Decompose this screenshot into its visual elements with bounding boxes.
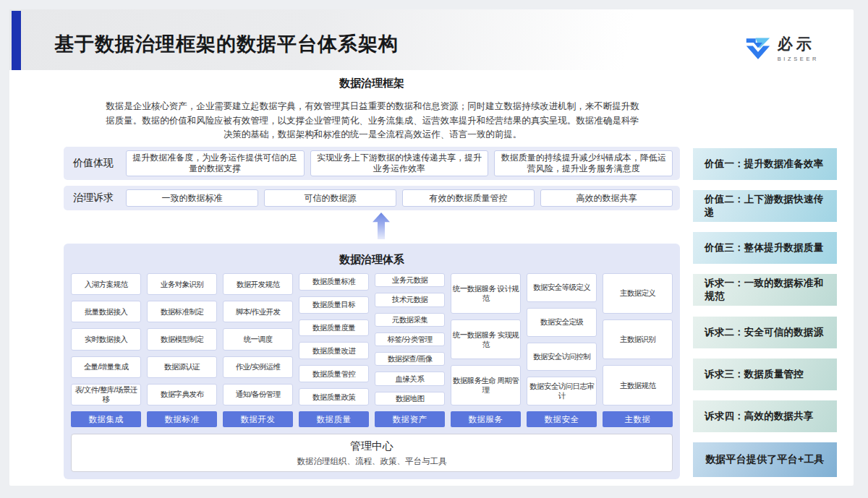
system-column: 主数据定义主数据识别主数据规范 [603, 273, 673, 405]
value-row-label: 价值体现 [71, 157, 126, 170]
system-item: 数据源认证 [147, 356, 217, 378]
sidebar-item-value: 价值二：上下游数据快速传递 [693, 190, 837, 222]
slide-card: 基于数据治理框架的数据平台体系架构 必示 BIZSEER 数据治理框架 数据是企… [9, 9, 854, 486]
logo-text-block: 必示 BIZSEER [778, 34, 819, 62]
demand-item: 可信的数据源 [264, 189, 396, 207]
system-item: 数据模型制定 [147, 328, 217, 350]
system-item: 数据质量政策 [299, 388, 369, 405]
demand-row-items: 一致的数据标准可信的数据源有效的数据质量管控高效的数据共享 [126, 189, 673, 207]
system-item: 标签/分类管理 [375, 332, 445, 346]
system-item: 数据标准制定 [147, 301, 217, 322]
demand-item: 一致的数据标准 [126, 189, 258, 207]
up-arrow-icon [373, 212, 390, 239]
system-item: 实时数据接入 [71, 328, 141, 350]
logo-name: 必示 [778, 34, 815, 54]
system-item: 作业/实例运维 [223, 356, 293, 378]
framework-title: 数据治理框架 [64, 77, 680, 90]
value-row: 价值体现 提升数据准备度，为业务运作提供可信的足量的数据支撑实现业务上下游数据的… [64, 147, 680, 180]
system-column: 业务对象识别数据标准制定数据模型制定数据源认证数据字典发布 [147, 273, 217, 405]
bizseer-check-icon [745, 37, 771, 60]
management-center-title: 管理中心 [350, 439, 393, 453]
system-item: 数据安全定级 [527, 308, 597, 337]
management-center: 管理中心 数据治理组织、流程、政策、平台与工具 [71, 434, 673, 472]
demand-row: 治理诉求 一致的数据标准可信的数据源有效的数据质量管控高效的数据共享 [64, 186, 680, 210]
sidebar: 价值一：提升数据准备效率价值二：上下游数据快速传递价值三：整体提升数据质量诉求一… [693, 148, 837, 477]
system-item: 数据质量改进 [299, 342, 369, 359]
governance-system-panel: 数据治理体系 入湖方案规范批量数据接入实时数据接入全量/增量集成表/文件/整库/… [64, 244, 680, 479]
demand-item: 高效的数据共享 [540, 189, 673, 207]
system-column: 统一数据服务 设计规范统一数据服务 实现规范数据服务生命 周期管理 [451, 273, 521, 405]
sidebar-item-demand: 诉求二：安全可信的数据源 [693, 317, 837, 348]
value-item: 数据质量的持续提升减少纠错成本，降低运营风险，提升业务服务满意度 [494, 150, 673, 176]
system-tab: 数据开发 [223, 411, 293, 427]
system-tab: 数据标准 [147, 411, 217, 427]
page-title: 基于数据治理框架的数据平台体系架构 [54, 31, 399, 57]
system-item: 主数据定义 [603, 273, 673, 314]
value-item: 实现业务上下游数据的快速传递共享，提升业务运作效率 [310, 150, 489, 176]
demand-row-label: 治理诉求 [71, 192, 126, 205]
sidebar-item-demand: 诉求四：高效的数据共享 [693, 400, 837, 432]
system-item: 数据地图 [375, 392, 445, 405]
system-item: 业务对象识别 [147, 273, 217, 295]
management-center-subtitle: 数据治理组织、流程、政策、平台与工具 [297, 456, 447, 467]
system-item: 统一数据服务 实现规范 [451, 319, 521, 360]
system-item: 脚本/作业开发 [223, 301, 293, 322]
value-row-items: 提升数据准备度，为业务运作提供可信的足量的数据支撑实现业务上下游数据的快速传递共… [126, 150, 673, 176]
system-item: 数据开发规范 [223, 273, 293, 295]
system-item: 入湖方案规范 [71, 273, 141, 295]
system-item: 数据字典发布 [147, 384, 217, 405]
system-item: 业务元数据 [375, 273, 445, 287]
system-column: 数据安全等级定义数据安全定级数据安全访问控制数据安全访问日志审计 [527, 273, 597, 405]
title-accent-bar [12, 11, 21, 70]
system-item: 数据安全等级定义 [527, 273, 597, 302]
system-item: 数据质量目标 [299, 296, 369, 314]
system-tab: 数据质量 [299, 411, 369, 427]
governance-system-title: 数据治理体系 [71, 249, 673, 273]
system-tab: 数据服务 [451, 411, 521, 427]
system-tab: 数据安全 [527, 411, 597, 427]
logo-subtext: BIZSEER [778, 56, 819, 62]
system-item: 数据安全访问日志审计 [527, 377, 597, 405]
system-item: 表/文件/整库/场景迁移 [71, 384, 141, 405]
framework-description: 数据是企业核心资产，企业需要建立起数据字典，有效管理其日益重要的数据和信息资源；… [102, 100, 643, 142]
system-item: 数据质量度量 [299, 319, 369, 337]
system-item: 主数据识别 [603, 319, 673, 360]
system-column: 数据开发规范脚本/作业开发统一调度作业/实例运维通知/备份管理 [223, 273, 293, 405]
bizseer-logo: 必示 BIZSEER [745, 34, 819, 62]
sidebar-item-value: 价值一：提升数据准备效率 [693, 148, 837, 180]
system-item: 技术元数据 [375, 293, 445, 306]
system-column: 业务元数据技术元数据元数据采集标签/分类管理数据探查/画像血缘关系数据地图 [375, 273, 445, 405]
system-tab: 数据集成 [71, 411, 141, 427]
system-item: 数据质量管控 [299, 365, 369, 382]
system-item: 通知/备份管理 [223, 384, 293, 405]
system-item: 统一数据服务 设计规范 [451, 273, 521, 314]
system-column: 数据质量标准数据质量目标数据质量度量数据质量改进数据质量管控数据质量政策 [299, 273, 369, 405]
system-item: 数据探查/画像 [375, 352, 445, 366]
system-tab: 主数据 [603, 411, 673, 427]
system-item: 主数据规范 [603, 365, 673, 405]
system-item: 数据安全访问控制 [527, 343, 597, 372]
sidebar-item-value: 价值三：整体提升数据质量 [693, 232, 837, 264]
system-item: 统一调度 [223, 328, 293, 350]
system-item: 数据质量标准 [299, 273, 369, 291]
system-item: 数据服务生命 周期管理 [451, 365, 521, 405]
value-item: 提升数据准备度，为业务运作提供可信的足量的数据支撑 [126, 150, 305, 176]
system-tabs-row: 数据集成数据标准数据开发数据质量数据资产数据服务数据安全主数据 [71, 411, 673, 427]
sidebar-item-demand: 诉求一：一致的数据标准和规范 [693, 274, 837, 306]
system-item: 元数据采集 [375, 313, 445, 327]
system-item: 全量/增量集成 [71, 356, 141, 378]
system-grid: 入湖方案规范批量数据接入实时数据接入全量/增量集成表/文件/整库/场景迁移业务对… [71, 273, 673, 405]
system-item: 血缘关系 [375, 372, 445, 385]
system-item: 批量数据接入 [71, 301, 141, 322]
sidebar-item-demand: 诉求三：数据质量管控 [693, 359, 837, 390]
demand-item: 有效的数据质量管控 [402, 189, 535, 207]
system-column: 入湖方案规范批量数据接入实时数据接入全量/增量集成表/文件/整库/场景迁移 [71, 273, 141, 405]
sidebar-item-platform: 数据平台提供了平台+工具 [693, 442, 837, 477]
system-tab: 数据资产 [375, 411, 445, 427]
